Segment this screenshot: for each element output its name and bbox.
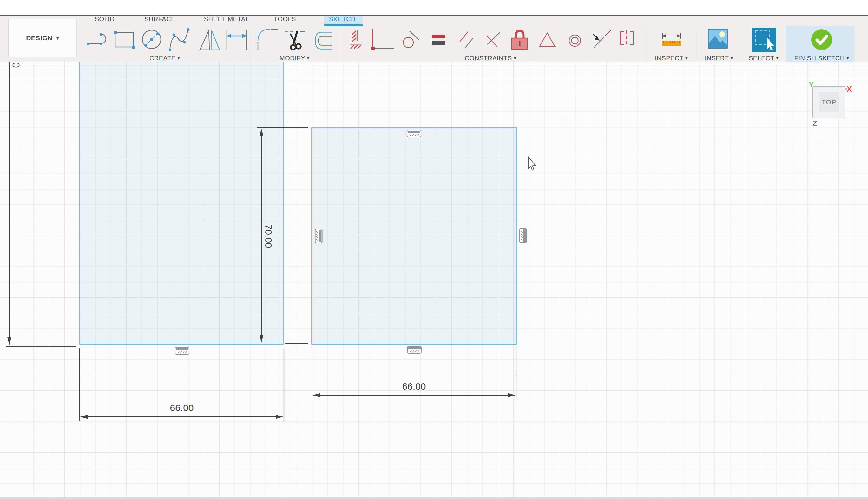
svg-text:66.00: 66.00	[170, 402, 194, 413]
svg-text:70.00: 70.00	[263, 224, 274, 248]
svg-text:66.00: 66.00	[402, 381, 426, 392]
